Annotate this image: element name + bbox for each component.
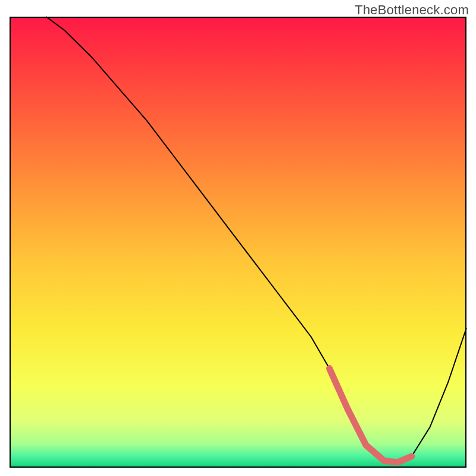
chart-canvas: TheBottleneck.com	[0, 0, 476, 476]
watermark-text: TheBottleneck.com	[355, 2, 469, 18]
plot-overlay	[0, 0, 476, 476]
bottleneck-curve	[46, 17, 466, 462]
sweet-spot-highlight	[330, 368, 412, 462]
